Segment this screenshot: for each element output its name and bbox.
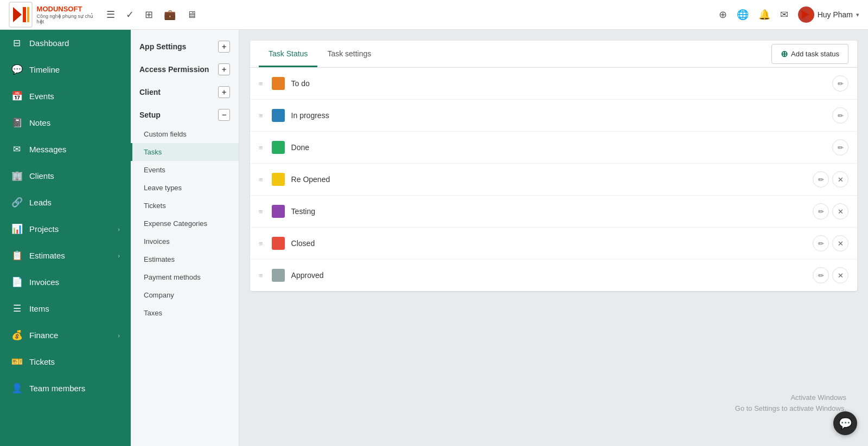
globe-icon[interactable]: 🌐 xyxy=(737,9,749,21)
add-task-status-label: Add task status xyxy=(791,50,839,58)
sidebar-item-clients[interactable]: 🏢 Clients xyxy=(0,163,131,189)
mid-section-client[interactable]: Client + xyxy=(131,80,239,102)
sidebar-label-clients: Clients xyxy=(29,171,120,180)
mid-nav-tasks[interactable]: Tasks xyxy=(131,143,239,161)
sidebar-item-leads[interactable]: 🔗 Leads xyxy=(0,189,131,216)
drag-handle-icon[interactable]: ≡ xyxy=(259,176,263,184)
user-menu[interactable]: Huy Pham ▾ xyxy=(798,7,859,23)
status-actions-in-progress: ✏ xyxy=(832,107,848,124)
svg-rect-2 xyxy=(27,7,29,22)
mid-section-access-permission[interactable]: Access Permission + xyxy=(131,57,239,80)
bell-icon[interactable]: 🔔 xyxy=(758,9,770,21)
chat-fab-button[interactable]: 💬 xyxy=(833,411,857,435)
mid-sidebar: App Settings + Access Permission + Clien… xyxy=(131,30,239,446)
delete-closed-button[interactable]: ✕ xyxy=(832,235,848,251)
left-sidebar: ⊟ Dashboard 💬 Timeline 📅 Events 📓 Notes … xyxy=(0,30,131,446)
status-label-closed: Closed xyxy=(291,239,806,248)
drag-handle-icon[interactable]: ≡ xyxy=(259,272,263,280)
sidebar-item-items[interactable]: ☰ Items xyxy=(0,295,131,322)
table-row: ≡ Approved ✏ ✕ xyxy=(250,260,857,291)
delete-approved-button[interactable]: ✕ xyxy=(832,267,848,283)
drag-handle-icon[interactable]: ≡ xyxy=(259,208,263,216)
topnav: MODUNSOFT Công nghệ phụng sự chủ hệt ☰ ✓… xyxy=(0,0,868,30)
mid-nav-estimates[interactable]: Estimates xyxy=(131,250,239,268)
finance-arrow: › xyxy=(118,332,120,339)
edit-done-button[interactable]: ✏ xyxy=(832,139,848,156)
sidebar-item-notes[interactable]: 📓 Notes xyxy=(0,109,131,136)
notes-icon: 📓 xyxy=(11,117,23,128)
projects-icon: 📊 xyxy=(11,223,23,235)
sidebar-label-projects: Projects xyxy=(29,224,111,234)
drag-handle-icon[interactable]: ≡ xyxy=(259,144,263,152)
edit-to-do-button[interactable]: ✏ xyxy=(832,75,848,92)
status-label-in-progress: In progress xyxy=(291,111,826,120)
mid-nav-events[interactable]: Events xyxy=(131,161,239,179)
mid-nav-expense-categories[interactable]: Expense Categories xyxy=(131,215,239,232)
setup-expand[interactable]: − xyxy=(218,109,230,121)
tab-task-status[interactable]: Task Status xyxy=(259,41,317,67)
color-swatch-closed xyxy=(272,237,285,250)
mid-section-setup[interactable]: Setup − xyxy=(131,102,239,125)
edit-testing-button[interactable]: ✏ xyxy=(813,203,829,219)
projects-arrow: › xyxy=(118,226,120,232)
table-row: ≡ Done ✏ xyxy=(250,132,857,164)
briefcase-icon[interactable]: 💼 xyxy=(164,9,176,21)
grid-icon[interactable]: ⊞ xyxy=(145,9,153,21)
sidebar-item-invoices[interactable]: 📄 Invoices xyxy=(0,269,131,295)
mid-nav-tickets[interactable]: Tickets xyxy=(131,197,239,215)
edit-closed-button[interactable]: ✏ xyxy=(813,235,829,251)
sidebar-label-timeline: Timeline xyxy=(29,65,120,74)
mid-nav-custom-fields[interactable]: Custom fields xyxy=(131,125,239,143)
mid-section-app-settings[interactable]: App Settings + xyxy=(131,34,239,57)
delete-re-opened-button[interactable]: ✕ xyxy=(832,171,848,188)
drag-handle-icon[interactable]: ≡ xyxy=(259,80,263,88)
hamburger-icon[interactable]: ☰ xyxy=(106,9,115,21)
mid-nav-invoices[interactable]: Invoices xyxy=(131,232,239,250)
svg-marker-3 xyxy=(802,10,809,19)
sidebar-item-team-members[interactable]: 👤 Team members xyxy=(0,375,131,402)
access-permission-expand[interactable]: + xyxy=(218,63,230,75)
mid-nav-taxes[interactable]: Taxes xyxy=(131,304,239,322)
add-task-status-button[interactable]: ⊕ Add task status xyxy=(771,44,848,64)
sidebar-item-events[interactable]: 📅 Events xyxy=(0,83,131,109)
sidebar-item-messages[interactable]: ✉ Messages xyxy=(0,136,131,163)
app-settings-expand[interactable]: + xyxy=(218,41,230,53)
sidebar-label-events: Events xyxy=(29,92,120,101)
drag-handle-icon[interactable]: ≡ xyxy=(259,112,263,120)
sidebar-label-messages: Messages xyxy=(29,145,120,154)
events-icon: 📅 xyxy=(11,91,23,102)
color-swatch-in-progress xyxy=(272,109,285,122)
sidebar-item-dashboard[interactable]: ⊟ Dashboard xyxy=(0,30,131,56)
leads-icon: 🔗 xyxy=(11,197,23,208)
sidebar-item-projects[interactable]: 📊 Projects › xyxy=(0,216,131,242)
mail-icon[interactable]: ✉ xyxy=(780,9,788,21)
drag-handle-icon[interactable]: ≡ xyxy=(259,240,263,248)
sidebar-item-tickets[interactable]: 🎫 Tickets xyxy=(0,348,131,375)
edit-re-opened-button[interactable]: ✏ xyxy=(813,171,829,188)
estimates-arrow: › xyxy=(118,253,120,259)
client-expand[interactable]: + xyxy=(218,86,230,98)
color-swatch-approved xyxy=(272,269,285,282)
mid-nav-leave-types[interactable]: Leave types xyxy=(131,179,239,197)
timeline-icon: 💬 xyxy=(11,64,23,75)
tabs-header: Task Status Task settings ⊕ Add task sta… xyxy=(250,41,857,68)
sidebar-item-timeline[interactable]: 💬 Timeline xyxy=(0,56,131,83)
monitor-icon[interactable]: 🖥 xyxy=(187,9,196,21)
add-icon[interactable]: ⊕ xyxy=(719,9,727,21)
edit-in-progress-button[interactable]: ✏ xyxy=(832,107,848,124)
edit-approved-button[interactable]: ✏ xyxy=(813,267,829,283)
mid-nav-company[interactable]: Company xyxy=(131,286,239,304)
sidebar-label-tickets: Tickets xyxy=(29,357,120,366)
status-label-done: Done xyxy=(291,143,826,152)
tab-task-settings[interactable]: Task settings xyxy=(317,41,381,67)
mid-nav-payment-methods[interactable]: Payment methods xyxy=(131,268,239,286)
check-icon[interactable]: ✓ xyxy=(126,9,134,21)
delete-testing-button[interactable]: ✕ xyxy=(832,203,848,219)
sidebar-item-estimates[interactable]: 📋 Estimates › xyxy=(0,242,131,269)
messages-icon: ✉ xyxy=(11,144,23,155)
avatar xyxy=(798,7,814,23)
table-row: ≡ Closed ✏ ✕ xyxy=(250,228,857,260)
sidebar-item-finance[interactable]: 💰 Finance › xyxy=(0,322,131,348)
table-row: ≡ In progress ✏ xyxy=(250,100,857,132)
status-actions-re-opened: ✏ ✕ xyxy=(813,171,848,188)
